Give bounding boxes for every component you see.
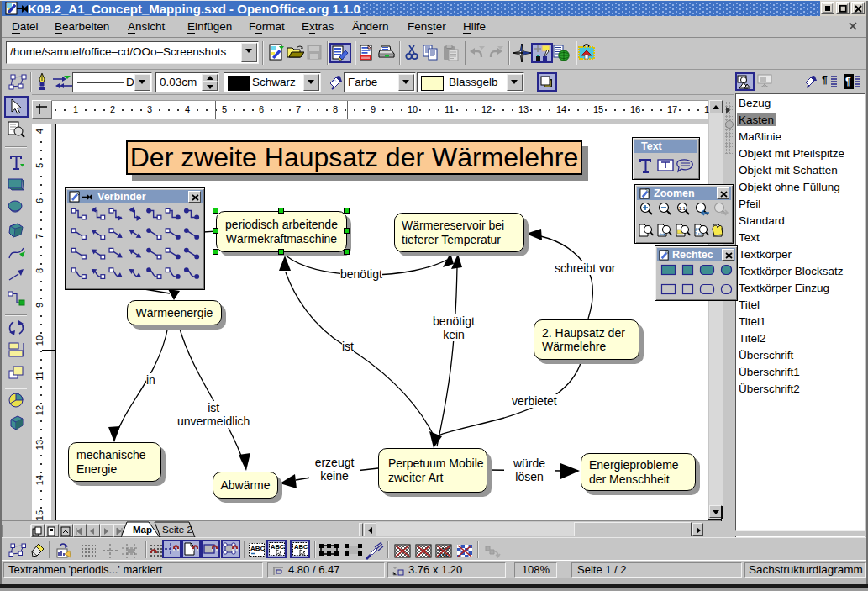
svg-text:¶: ¶ bbox=[845, 76, 851, 87]
svg-text:¶: ¶ bbox=[822, 74, 828, 86]
svg-text:1:1: 1:1 bbox=[679, 206, 687, 211]
svg-text:Map: Map bbox=[133, 525, 152, 535]
svg-text:ABC: ABC bbox=[250, 545, 265, 552]
svg-text:ABC: ABC bbox=[294, 543, 308, 551]
svg-text:ABC: ABC bbox=[271, 543, 285, 551]
svg-text:Seite 2: Seite 2 bbox=[162, 525, 192, 535]
